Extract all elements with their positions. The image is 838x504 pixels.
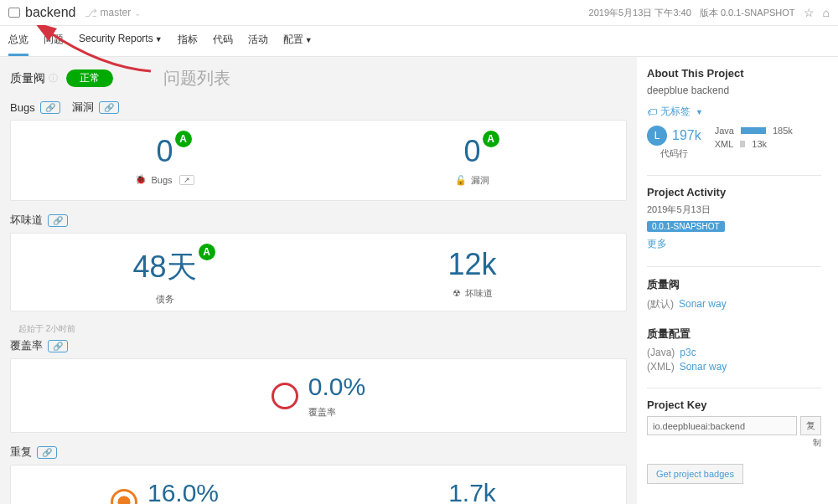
- chevron-down-icon: ▼: [696, 108, 703, 116]
- activity-more-link[interactable]: 更多: [647, 237, 667, 251]
- smells-footer-note: 起始于 2小时前: [10, 323, 627, 338]
- project-name: backend: [25, 5, 76, 20]
- get-badges-button[interactable]: Get project badges: [647, 464, 743, 484]
- coverage-donut-icon: [272, 383, 298, 409]
- dup-section-header: 重复 🔗: [10, 445, 627, 460]
- vuln-rating: A: [483, 131, 499, 147]
- tab-security-reports[interactable]: Security Reports▼: [79, 26, 163, 56]
- quality-gate-label: 质量阀: [10, 71, 45, 86]
- activity-date: 2019年5月13日: [647, 203, 821, 216]
- analysis-datetime: 2019年5月13日 下午3:40: [589, 7, 691, 19]
- dup-value[interactable]: 16.0%: [147, 479, 219, 504]
- link-icon[interactable]: 🔗: [48, 214, 68, 227]
- vulnerabilities-value[interactable]: 0A: [463, 134, 480, 169]
- radioactive-icon: ☢: [453, 288, 461, 299]
- tab-overview[interactable]: 总览: [8, 26, 28, 56]
- bug-icon: 🐞: [135, 174, 147, 185]
- tab-admin[interactable]: 配置▼: [283, 26, 313, 56]
- coverage-value[interactable]: 0.0%: [308, 373, 365, 401]
- loc-value[interactable]: 197k: [672, 128, 701, 143]
- activity-version-badge: 0.0.1-SNAPSHOT: [647, 221, 725, 232]
- dup-card: 16.0% 覆盖 1.7k 重复块: [10, 465, 627, 504]
- branch-dropdown-icon[interactable]: ⌄: [134, 8, 141, 18]
- coverage-card: 0.0% 覆盖率: [10, 358, 627, 433]
- bugs-section-header: Bugs 🔗 漏洞 🔗: [10, 100, 627, 115]
- folder-icon: [8, 8, 20, 18]
- sidebar: About This Project deepblue backend 🏷无标签…: [637, 57, 838, 504]
- quality-gate-side-title: 质量阀: [647, 277, 821, 292]
- nav-tabs: 总览 问题 Security Reports▼ 指标 代码 活动 配置▼: [0, 26, 838, 57]
- about-title: About This Project: [647, 67, 821, 80]
- activity-title: Project Activity: [647, 186, 821, 198]
- bugs-rating: A: [175, 131, 192, 147]
- smells-value[interactable]: 12k: [447, 247, 496, 282]
- about-description: deepblue backend: [647, 85, 821, 96]
- lang-row-java: Java185k: [715, 126, 793, 136]
- smells-card: 48天A 债务 12k ☢坏味道: [10, 233, 627, 311]
- home-icon[interactable]: ⌂: [823, 6, 830, 19]
- tab-code[interactable]: 代码: [213, 26, 233, 56]
- project-key-input[interactable]: [647, 416, 797, 435]
- tab-measures[interactable]: 指标: [178, 26, 198, 56]
- debt-rating: A: [199, 244, 215, 260]
- bugs-value[interactable]: 0A: [156, 134, 173, 169]
- link-icon[interactable]: 🔗: [99, 101, 119, 114]
- lang-row-xml: XML13k: [715, 139, 793, 149]
- tab-activity[interactable]: 活动: [248, 26, 268, 56]
- debt-value[interactable]: 48天A: [132, 247, 196, 288]
- quality-gate-status: 正常: [66, 69, 113, 87]
- lock-icon: 🔓: [455, 175, 467, 186]
- coverage-section-header: 覆盖率 🔗: [10, 338, 627, 353]
- quality-gate-link[interactable]: Sonar way: [679, 298, 727, 310]
- profile-link-java[interactable]: p3c: [680, 347, 696, 358]
- tags-link[interactable]: 🏷无标签▼: [647, 105, 821, 119]
- size-rating-icon: L: [647, 126, 667, 146]
- bugs-card: 0A 🐞Bugs↗ 0A 🔓漏洞: [10, 120, 627, 201]
- dup-blocks-value[interactable]: 1.7k: [448, 479, 496, 504]
- profile-link-xml[interactable]: Sonar way: [680, 361, 727, 373]
- branch-name[interactable]: master: [101, 7, 132, 18]
- branch-icon: ⎇: [85, 7, 97, 19]
- smells-section-header: 坏味道 🔗: [10, 213, 627, 228]
- link-icon[interactable]: 🔗: [40, 101, 60, 114]
- tab-issues[interactable]: 问题: [44, 26, 64, 56]
- link-icon[interactable]: 🔗: [37, 446, 57, 459]
- quality-profiles-title: 质量配置: [647, 327, 821, 342]
- help-icon[interactable]: ⓘ: [49, 72, 58, 85]
- link-icon[interactable]: 🔗: [48, 340, 68, 352]
- favorite-icon[interactable]: ☆: [804, 6, 815, 19]
- copy-button[interactable]: 复: [800, 416, 821, 435]
- annotation-text: 问题列表: [163, 67, 230, 90]
- trend-icon[interactable]: ↗: [179, 175, 194, 185]
- tag-icon: 🏷: [647, 106, 657, 118]
- top-bar: backend ⎇ master ⌄ 2019年5月13日 下午3:40 版本 …: [0, 0, 838, 26]
- dup-donut-icon: [111, 489, 137, 505]
- overview-panel: 质量阀 ⓘ 正常 问题列表 Bugs 🔗 漏洞 🔗 0A 🐞Bugs↗ 0A 🔓…: [0, 57, 637, 504]
- project-key-title: Project Key: [647, 399, 821, 411]
